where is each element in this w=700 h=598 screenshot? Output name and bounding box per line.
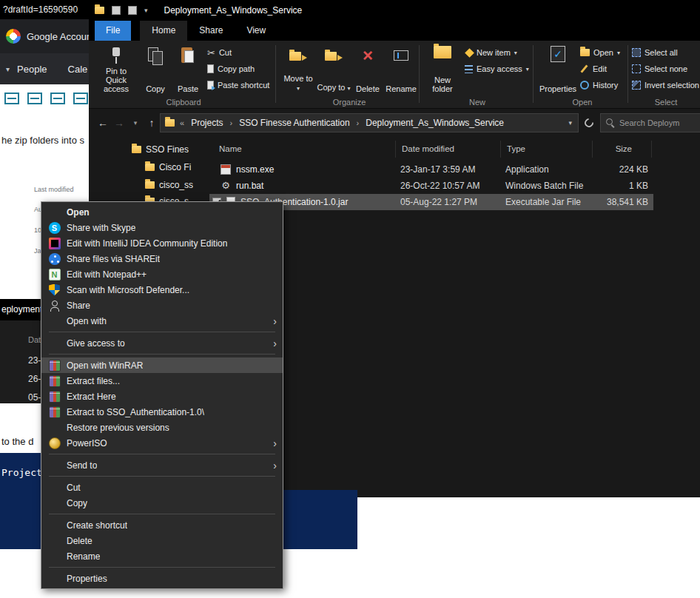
- cut-button[interactable]: ✂ Cut: [207, 45, 232, 60]
- ribbon: Pin to Quick access Copy Paste ✂ Cut Cop…: [89, 41, 700, 109]
- paste-button[interactable]: Paste: [172, 43, 204, 93]
- paste-shortcut-button[interactable]: Paste shortcut: [207, 78, 269, 93]
- menu-item-restore-previous-versions[interactable]: Restore previous versions: [41, 420, 283, 435]
- date-fragment: 23-: [28, 355, 41, 366]
- invert-selection-button[interactable]: Invert selection: [632, 78, 699, 93]
- docs-toolbar-fragment: [0, 84, 89, 112]
- title-bar[interactable]: ▾ Deployment_As_Windows_Service: [89, 0, 700, 21]
- open-button[interactable]: Open ▾: [580, 45, 620, 60]
- menu-item-copy[interactable]: Copy: [41, 495, 283, 511]
- sidebar-item-cisco-ss[interactable]: cisco_ss: [145, 178, 193, 192]
- select-all-button[interactable]: Select all: [632, 45, 678, 60]
- tab-share[interactable]: Share: [187, 21, 235, 41]
- pin-to-quick-access-button[interactable]: Pin to Quick access: [95, 43, 138, 93]
- copy-button[interactable]: Copy: [141, 43, 170, 93]
- breadcrumb-projects[interactable]: Projects: [189, 118, 224, 128]
- collapsed-path-indicator[interactable]: «: [175, 118, 189, 127]
- menu-item-open-with-winrar[interactable]: Open with WinRAR: [41, 357, 283, 373]
- menu-item-extract-to[interactable]: Extract to SSO_Authentication-1.0\: [41, 404, 283, 420]
- quick-access-newfolder-icon[interactable]: [128, 6, 137, 15]
- document-text-line: he zip folders into s: [1, 135, 84, 146]
- ribbon-group-clipboard: Pin to Quick access Copy Paste ✂ Cut Cop…: [95, 41, 272, 109]
- sidebar-item-sso-finesse[interactable]: SSO Fines: [132, 142, 189, 157]
- move-to-button[interactable]: Move to ▾: [281, 43, 315, 93]
- search-input[interactable]: Search Deploym: [600, 113, 700, 132]
- copy-to-button[interactable]: Copy to ▾: [317, 43, 351, 93]
- menu-item-rename[interactable]: Rename: [41, 548, 283, 564]
- google-account-chip[interactable]: Google Account: [0, 19, 89, 53]
- menu-item-open-with[interactable]: Open with ›: [41, 313, 283, 329]
- align-icon[interactable]: [27, 93, 42, 104]
- menu-separator: [49, 354, 275, 355]
- refresh-icon[interactable]: [583, 117, 596, 130]
- select-none-button[interactable]: Select none: [632, 61, 687, 76]
- easy-access-button[interactable]: Easy access ▾: [465, 61, 529, 76]
- menu-item-give-access-to[interactable]: Give access to ›: [41, 335, 283, 351]
- delete-icon: ×: [363, 46, 373, 64]
- menu-item-extract-here[interactable]: Extract Here: [41, 389, 283, 404]
- breadcrumb-deployment-as-windows-service[interactable]: Deployment_As_Windows_Service: [364, 118, 505, 128]
- dropdown-arrow-icon: ▾: [297, 85, 300, 92]
- rename-button[interactable]: Rename: [385, 43, 417, 93]
- new-item-button[interactable]: New item ▾: [465, 45, 517, 60]
- scissors-icon: ✂: [207, 48, 215, 58]
- menu-item-share-files-via-shareit[interactable]: Share files via SHAREit: [41, 251, 283, 266]
- breadcrumb[interactable]: « Projects › SSO Finesse Authentication …: [160, 113, 579, 132]
- address-dropdown-icon[interactable]: ▾: [568, 119, 573, 127]
- column-header-type[interactable]: Type: [501, 141, 593, 158]
- submenu-arrow-icon: ›: [273, 438, 277, 448]
- column-header-size[interactable]: Size: [593, 141, 652, 158]
- menu-item-edit-with-intellij[interactable]: Edit with IntelliJ IDEA Community Editio…: [41, 235, 283, 251]
- menu-item-share[interactable]: Share: [41, 298, 283, 313]
- easy-access-icon: [465, 65, 473, 73]
- properties-icon: [551, 46, 565, 62]
- group-label-clipboard: Clipboard: [95, 98, 272, 107]
- edit-button[interactable]: Edit: [580, 61, 607, 76]
- up-button[interactable]: ↑: [144, 117, 160, 129]
- table-icon[interactable]: [4, 93, 19, 104]
- people-tab-row[interactable]: ▾ People Cale: [0, 53, 89, 84]
- menu-item-scan-with-defender[interactable]: Scan with Microsoft Defender...: [41, 282, 283, 298]
- submenu-arrow-icon: ›: [273, 338, 277, 349]
- breadcrumb-sso-finesse-authentication[interactable]: SSO Finesse Authentication: [238, 118, 351, 128]
- forward-button[interactable]: →: [111, 117, 127, 129]
- sidebar-item-cisco-finesse[interactable]: Cisco Fi: [145, 160, 191, 175]
- menu-item-send-to[interactable]: Send to ›: [41, 457, 283, 473]
- quick-access-properties-icon[interactable]: [112, 6, 121, 15]
- copy-path-button[interactable]: Copy path: [207, 61, 255, 76]
- properties-button[interactable]: Properties: [539, 43, 577, 93]
- dropdown-arrow-icon: ▾: [514, 50, 517, 56]
- column-header-name[interactable]: Name: [209, 141, 396, 158]
- menu-item-edit-with-notepadpp[interactable]: Edit with Notepad++: [41, 266, 283, 282]
- new-folder-button[interactable]: New folder: [423, 43, 462, 93]
- google-account-label: Google Account: [27, 31, 95, 42]
- history-button[interactable]: History: [580, 78, 618, 93]
- document-text-line: to the d: [1, 436, 33, 447]
- menu-item-create-shortcut[interactable]: Create shortcut: [41, 517, 283, 533]
- group-label-new: New: [423, 98, 531, 107]
- menu-item-extract-files[interactable]: Extract files...: [41, 373, 283, 389]
- menu-item-delete[interactable]: Delete: [41, 533, 283, 548]
- menu-item-poweriso[interactable]: PowerISO ›: [41, 435, 283, 451]
- folder-icon: [145, 164, 155, 171]
- menu-item-cut[interactable]: Cut: [41, 480, 283, 495]
- recent-locations-button[interactable]: ▾: [127, 119, 144, 127]
- file-row-run-bat[interactable]: ⚙ run.bat 26-Oct-22 10:57 AM Windows Bat…: [209, 178, 653, 194]
- tab-home[interactable]: Home: [140, 21, 187, 41]
- back-button[interactable]: ←: [95, 117, 111, 129]
- grid-icon[interactable]: [50, 93, 65, 104]
- defender-shield-icon: [49, 284, 61, 296]
- menu-item-share-with-skype[interactable]: Share with Skype: [41, 220, 283, 235]
- column-header-date-modified[interactable]: Date modified: [396, 141, 501, 158]
- delete-button[interactable]: × Delete: [352, 43, 383, 93]
- menu-item-properties[interactable]: Properties: [41, 571, 283, 586]
- file-row-nssm-exe[interactable]: nssm.exe 23-Jan-17 3:59 AM Application 2…: [209, 161, 653, 178]
- group-separator: [275, 45, 276, 103]
- tab-view[interactable]: View: [235, 21, 277, 41]
- tab-file[interactable]: File: [95, 21, 131, 41]
- winrar-icon: [49, 375, 61, 387]
- quick-access-customize-icon[interactable]: ▾: [144, 7, 148, 14]
- group-label-open: Open: [539, 98, 626, 107]
- border-icon[interactable]: [73, 93, 88, 104]
- menu-item-open[interactable]: Open: [41, 204, 283, 220]
